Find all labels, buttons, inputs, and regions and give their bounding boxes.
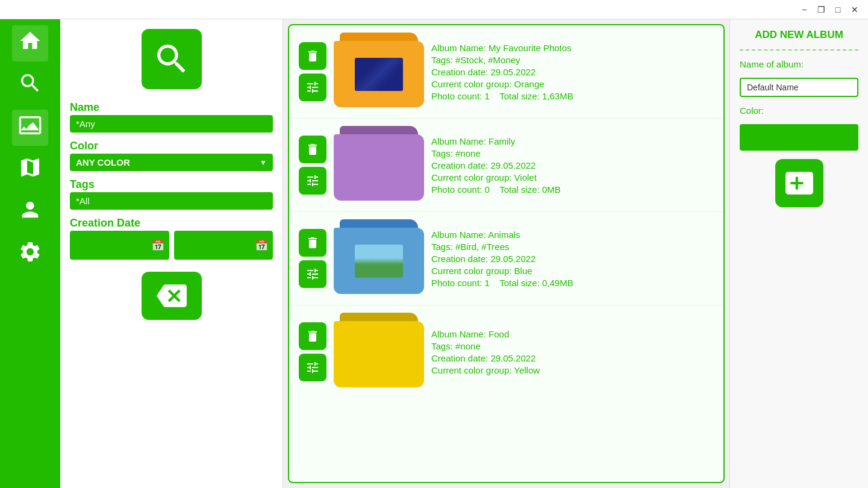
add-album-title: ADD NEW ALBUM [740, 29, 858, 41]
album-info: Album Name: My Favourite Photos Tags: #S… [431, 43, 714, 101]
creation-date-label: Creation Date [70, 217, 273, 230]
album-preview-image [355, 245, 403, 278]
album-tags-line: Tags: #none [431, 148, 714, 158]
titlebar: − ❐ □ ✕ [0, 0, 868, 19]
album-settings-button[interactable] [299, 354, 326, 381]
main-layout: Name Color ANY COLOR Orange Violet Blue … [0, 19, 868, 488]
map-icon [18, 155, 42, 184]
album-settings-button[interactable] [299, 74, 326, 101]
album-color-label: Color: [740, 105, 858, 116]
maximize-button[interactable]: □ [829, 1, 846, 18]
album-count-line: Photo count: 1 Total size: 1,63MB [431, 91, 714, 101]
sliders-icon [305, 267, 320, 281]
search-icon [18, 71, 42, 100]
settings-icon [18, 240, 42, 269]
album-tags-line: Tags: #Bird, #Trees [431, 242, 714, 252]
clear-filter-button[interactable] [142, 272, 202, 320]
date-row: 📅 📅 [70, 231, 273, 260]
album-preview-image [355, 58, 403, 91]
delete-album-button[interactable] [299, 42, 326, 70]
trash-icon [305, 142, 320, 157]
trash-icon [305, 49, 320, 63]
search-magnifier-icon [152, 40, 191, 78]
color-select-wrapper: ANY COLOR Orange Violet Blue Yellow Gree… [70, 154, 273, 171]
sidebar-item-profile[interactable] [12, 194, 48, 230]
sidebar-item-search[interactable] [12, 67, 48, 104]
color-filter-group: Color ANY COLOR Orange Violet Blue Yello… [70, 140, 273, 171]
add-album-icon [784, 168, 814, 198]
album-settings-button[interactable] [299, 260, 326, 288]
album-color-line: Current color group: Orange [431, 79, 714, 89]
sidebar-item-gallery[interactable] [12, 110, 48, 146]
sidebar-item-map[interactable] [12, 152, 48, 188]
creation-date-filter-group: Creation Date 📅 📅 [70, 217, 273, 260]
sliders-icon [305, 80, 320, 95]
close-button[interactable]: ✕ [846, 1, 863, 18]
album-count-line: Photo count: 1 Total size: 0,49MB [431, 278, 714, 288]
album-item: Album Name: Family Tags: #none Creation … [289, 119, 723, 212]
album-actions [299, 322, 326, 381]
new-album-name-input[interactable] [740, 78, 858, 97]
album-folder-thumbnail [334, 126, 424, 204]
album-date-line: Creation date: 29.05.2022 [431, 67, 714, 77]
sliders-icon [305, 174, 320, 188]
album-actions [299, 136, 326, 195]
gallery-icon [18, 113, 42, 142]
delete-album-button[interactable] [299, 136, 326, 163]
filter-search-icon-box [142, 29, 202, 89]
album-settings-button[interactable] [299, 167, 326, 195]
album-date-line: Creation date: 29.05.2022 [431, 160, 714, 170]
color-swatch[interactable] [740, 124, 858, 151]
minimize-button[interactable]: − [796, 1, 813, 18]
album-tags-line: Tags: #Stock, #Money [431, 55, 714, 65]
album-name-line: Album Name: Food [431, 329, 714, 339]
profile-icon [18, 198, 42, 227]
album-folder-thumbnail [334, 33, 424, 111]
date-to-button[interactable]: 📅 [174, 231, 273, 260]
album-info: Album Name: Family Tags: #none Creation … [431, 136, 714, 195]
tags-filter-group: Tags [70, 178, 273, 210]
album-name-line: Album Name: Animals [431, 230, 714, 240]
album-folder-thumbnail [334, 219, 424, 298]
calendar-from-icon: 📅 [151, 239, 164, 252]
name-filter-input[interactable] [70, 115, 273, 133]
album-name-line: Album Name: My Favourite Photos [431, 43, 714, 53]
tags-filter-label: Tags [70, 178, 273, 191]
calendar-to-icon: 📅 [255, 239, 268, 252]
color-filter-label: Color [70, 140, 273, 152]
album-date-line: Creation date: 29.05.2022 [431, 254, 714, 264]
album-item: Album Name: Food Tags: #none Creation da… [289, 305, 723, 398]
album-folder-thumbnail [334, 313, 424, 391]
panel-divider [740, 49, 858, 51]
album-item: Album Name: My Favourite Photos Tags: #S… [289, 25, 723, 119]
album-list: Album Name: My Favourite Photos Tags: #S… [288, 24, 725, 483]
sidebar [0, 19, 60, 488]
album-count-line: Photo count: 0 Total size: 0MB [431, 184, 714, 195]
name-filter-label: Name [70, 101, 273, 114]
trash-icon [305, 236, 320, 250]
sidebar-item-home[interactable] [12, 25, 48, 61]
sidebar-item-settings[interactable] [12, 236, 48, 272]
backspace-icon [157, 281, 187, 311]
color-filter-select[interactable]: ANY COLOR Orange Violet Blue Yellow Gree… [70, 154, 273, 171]
album-info: Album Name: Animals Tags: #Bird, #Trees … [431, 230, 714, 288]
sliders-icon [305, 360, 320, 375]
home-icon [18, 29, 42, 58]
filter-panel: Name Color ANY COLOR Orange Violet Blue … [60, 19, 283, 488]
album-color-line: Current color group: Blue [431, 266, 714, 276]
name-filter-group: Name [70, 101, 273, 133]
album-item: Album Name: Animals Tags: #Bird, #Trees … [289, 212, 723, 305]
album-date-line: Creation date: 29.05.2022 [431, 353, 714, 363]
album-actions [299, 42, 326, 101]
add-album-button[interactable] [775, 159, 823, 207]
delete-album-button[interactable] [299, 322, 326, 350]
delete-album-button[interactable] [299, 229, 326, 257]
album-tags-line: Tags: #none [431, 341, 714, 351]
album-name-label: Name of album: [740, 59, 858, 69]
date-from-button[interactable]: 📅 [70, 231, 169, 260]
restore-button[interactable]: ❐ [813, 1, 829, 18]
trash-icon [305, 329, 320, 343]
album-color-line: Current color group: Yellow [431, 365, 714, 375]
album-actions [299, 229, 326, 288]
tags-filter-input[interactable] [70, 192, 273, 210]
